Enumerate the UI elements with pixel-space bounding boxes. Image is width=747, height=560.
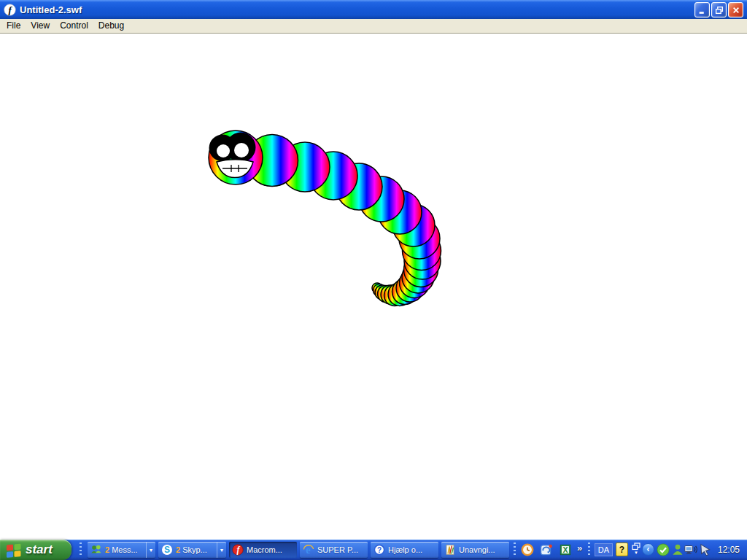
flash-icon: f (232, 544, 244, 556)
menu-item-debug[interactable]: Debug (95, 19, 131, 33)
pointer-icon[interactable] (699, 543, 712, 556)
document-icon (444, 544, 456, 556)
quicklaunch-overflow-chevron[interactable]: » (577, 542, 582, 553)
taskbar-separator (514, 542, 516, 557)
volume-monitor-icon[interactable] (684, 543, 697, 556)
taskbar-button-superp[interactable]: eSUPER P... (300, 542, 368, 558)
taskbar-clock[interactable]: 12:05 (718, 540, 740, 560)
taskbar-button-macrom[interactable]: fMacrom... (229, 542, 297, 558)
svg-text:S: S (164, 545, 170, 555)
skype-status-icon[interactable] (657, 543, 670, 556)
taskbar-button-label: Macrom... (247, 545, 282, 554)
windows-flag-icon (6, 542, 22, 557)
language-bar-restore-icon[interactable]: ▼ (630, 542, 642, 557)
taskbar-button-label: SUPER P... (317, 545, 358, 554)
svg-text:X: X (562, 545, 568, 554)
taskbar-button-label: Skyp... (182, 545, 207, 554)
skype-icon: S (161, 544, 173, 556)
unread-count: 2 (105, 545, 109, 554)
flash-stage (0, 34, 747, 540)
taskbar-button-hjlpo[interactable]: ?Hjælp o... (371, 542, 438, 558)
language-bar-help-icon[interactable]: ? (616, 542, 628, 556)
svg-text:?: ? (377, 546, 382, 554)
close-button[interactable] (728, 2, 743, 18)
taskbar-button-label: Unavngi... (459, 545, 495, 554)
taskbar-button-skyp[interactable]: S2Skyp...▼ (158, 542, 226, 558)
worm-eye (234, 143, 249, 158)
menu-bar: FileViewControlDebug (0, 19, 747, 34)
app-update-icon[interactable] (540, 543, 554, 557)
start-button[interactable]: start (0, 540, 71, 560)
unread-count: 2 (176, 545, 180, 554)
messenger-status-icon[interactable] (671, 543, 684, 556)
taskbar-button-mess[interactable]: 2Mess...▼ (88, 542, 155, 558)
menu-item-file[interactable]: File (3, 19, 27, 33)
taskbar: start 2Mess...▼S2Skyp...▼fMacrom...eSUPE… (0, 540, 747, 560)
taskbar-button-label: Mess... (112, 545, 137, 554)
help-icon: ? (374, 544, 385, 556)
messenger-icon (90, 544, 102, 556)
rainbow-worm (0, 34, 747, 540)
language-indicator[interactable]: DA (595, 543, 613, 556)
start-label: start (26, 542, 57, 557)
taskbar-button-dropdown[interactable]: ▼ (217, 542, 226, 558)
taskbar-button-dropdown[interactable]: ▼ (146, 542, 155, 558)
menu-item-view[interactable]: View (27, 19, 56, 33)
taskbar-separator (588, 542, 590, 557)
worm-eye (217, 144, 230, 158)
hide-icons-chevron[interactable]: ‹ (642, 543, 654, 556)
restore-button[interactable] (711, 2, 727, 18)
window-titlebar: f Untitled-2.swf (0, 0, 747, 19)
clock-icon[interactable] (521, 543, 535, 557)
minimize-button[interactable] (694, 2, 710, 18)
flash-player-icon: f (4, 4, 16, 16)
window-title: Untitled-2.swf (20, 4, 82, 15)
menu-item-control[interactable]: Control (56, 19, 95, 33)
taskbar-button-label: Hjælp o... (388, 545, 422, 554)
ie-icon: e (303, 544, 314, 556)
taskbar-separator (80, 542, 82, 557)
taskbar-button-unavngi[interactable]: Unavngi... (441, 542, 509, 558)
desktop: f Untitled-2.swf FileViewControlDebug st… (0, 0, 747, 560)
excel-icon[interactable]: X (559, 543, 573, 557)
